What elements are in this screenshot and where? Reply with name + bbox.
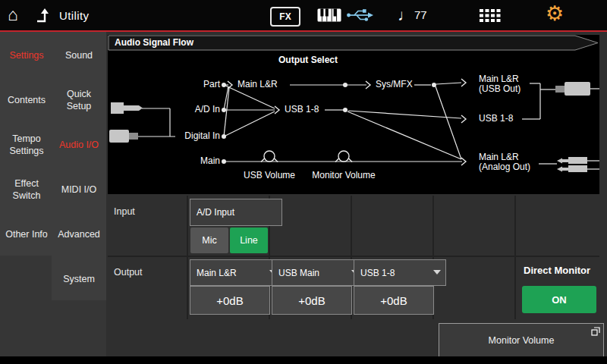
output-usb18-select[interactable]: USB 1-8 — [354, 259, 446, 286]
output-usb-main-gain[interactable]: +0dB — [272, 286, 352, 315]
analog-jacks-icon — [557, 157, 587, 172]
dest-usb18-label: USB 1-8 — [479, 114, 513, 124]
audio-signal-flow-panel: Audio Signal Flow Output Select Part A/D… — [108, 35, 599, 194]
output-main-lr-gain[interactable]: +0dB — [190, 286, 270, 315]
flow-panel-title: Audio Signal Flow — [115, 37, 193, 48]
tempo-value[interactable]: 77 — [414, 9, 427, 20]
sidebar-item-contents[interactable]: Contents — [0, 77, 53, 123]
sidebar-item-advanced[interactable]: Advanced — [52, 211, 106, 257]
sys-mfx-label: Sys/MFX — [376, 80, 413, 89]
home-icon[interactable]: ⌂ — [8, 6, 18, 24]
sidebar-item-tempo-settings[interactable]: Tempo Settings — [0, 121, 53, 168]
column-divider — [187, 196, 188, 319]
src-main-label: Main — [200, 156, 220, 166]
keyboard-icon[interactable] — [317, 8, 341, 22]
dest-usb-out-label: Main L&R (USB Out) — [479, 74, 521, 94]
src-adin-label: A/D In — [195, 105, 220, 115]
line-button[interactable]: Line — [230, 228, 268, 253]
sidebar-item-effect-switch[interactable]: Effect Switch — [0, 166, 53, 212]
sidebar-item-sound[interactable]: Sound — [52, 32, 106, 78]
monitor-volume-label: Monitor Volume — [304, 171, 384, 180]
sidebar-empty-cell — [52, 300, 106, 347]
mid-usb-label: USB 1-8 — [285, 105, 319, 115]
column-divider — [514, 196, 516, 319]
row-divider — [108, 256, 599, 257]
sidebar-item-audio-io[interactable]: Audio I/O — [52, 121, 106, 168]
input-row-label: Input — [114, 206, 135, 217]
ad-input-header: A/D Input — [190, 199, 282, 226]
output-select-label: Output Select — [263, 55, 354, 65]
usb-plug-right-icon — [555, 82, 590, 96]
expand-window-icon[interactable] — [591, 327, 600, 336]
monitor-volume-button[interactable]: Monitor Volume — [439, 323, 604, 358]
exit-up-icon[interactable] — [34, 6, 52, 24]
output-usb18-gain[interactable]: +0dB — [354, 286, 434, 315]
sidebar-item-settings[interactable]: Settings — [0, 32, 53, 78]
src-digital-in-label: Digital In — [184, 131, 220, 141]
sidebar-item-midi-io[interactable]: MIDI I/O — [52, 166, 106, 212]
top-bar: ⌂ Utility FX ♩ 77 — [0, 0, 607, 30]
fx-badge[interactable]: FX — [270, 7, 300, 27]
direct-monitor-on-button[interactable]: ON — [522, 286, 596, 313]
mic-button[interactable]: Mic — [190, 228, 228, 253]
output-main-lr-select[interactable]: Main L&R — [190, 259, 282, 286]
sidebar-empty-cell — [0, 256, 53, 302]
sidebar-item-system[interactable]: System — [52, 256, 106, 302]
usb-volume-knob-icon — [261, 151, 278, 162]
src-part-label: Part — [203, 80, 220, 89]
output-row-label: Output — [114, 267, 143, 278]
grid-icon[interactable] — [480, 9, 501, 22]
usb-volume-label: USB Volume — [229, 171, 310, 180]
monitor-volume-knob-icon — [335, 151, 352, 162]
usb-status-icon — [346, 8, 375, 23]
mid-main-lr-label: Main L&R — [237, 80, 278, 89]
output-usb-main-select[interactable]: USB Main — [272, 259, 364, 286]
gear-icon[interactable]: ⚙ — [546, 4, 564, 24]
quarter-note-icon[interactable]: ♩ — [398, 7, 414, 23]
chevron-down-icon — [433, 270, 441, 275]
page-title: Utility — [59, 9, 89, 22]
sidebar-item-quick-setup[interactable]: Quick Setup — [52, 77, 106, 123]
dest-analog-out-label: Main L&R (Analog Out) — [479, 152, 530, 172]
direct-monitor-label: Direct Monitor — [524, 265, 590, 276]
sidebar-empty-cell — [0, 300, 53, 347]
trs-jack-icon — [111, 102, 143, 114]
bottom-bezel — [0, 356, 607, 364]
usb-plug-left-icon — [109, 130, 138, 143]
sidebar-item-other-info[interactable]: Other Info — [0, 211, 53, 257]
